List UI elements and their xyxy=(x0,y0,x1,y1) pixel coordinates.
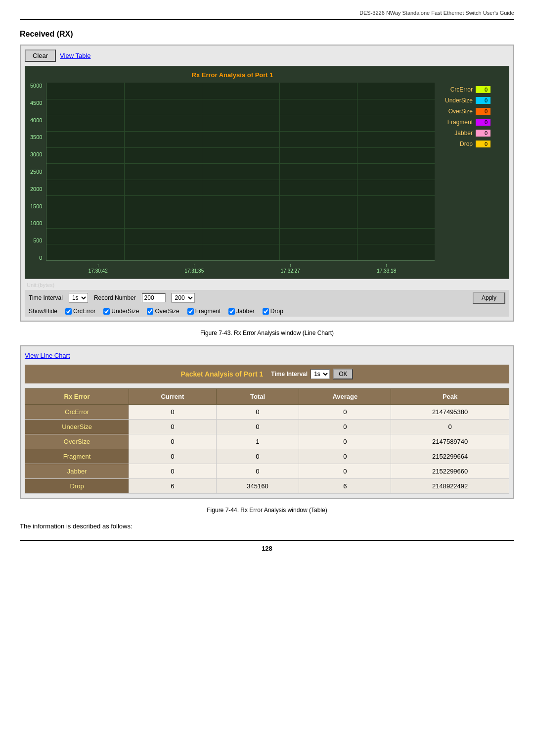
x-label-1: ↑ 17:30:42 xyxy=(89,263,108,274)
row-total: 0 xyxy=(216,449,299,464)
legend-jabber: Jabber 0 xyxy=(441,130,504,137)
col-header-current: Current xyxy=(129,389,216,405)
legend-crcerror: CrcError 0 xyxy=(441,86,504,93)
row-average: 0 xyxy=(299,464,391,479)
clear-button[interactable]: Clear xyxy=(25,49,56,62)
figure1-caption: Figure 7-43. Rx Error Analysis window (L… xyxy=(20,330,514,336)
record-number-label: Record Number xyxy=(94,294,136,301)
row-current: 6 xyxy=(129,479,216,494)
row-current: 0 xyxy=(129,420,216,434)
chart-panel: Clear View Table Rx Error Analysis of Po… xyxy=(20,45,514,322)
table-row: CrcError 0 0 0 2147495380 xyxy=(25,405,509,420)
col-header-average: Average xyxy=(299,389,391,405)
show-hide-label: Show/Hide xyxy=(29,308,57,315)
col-header-rx-error: Rx Error xyxy=(25,389,129,405)
col-header-peak: Peak xyxy=(391,389,509,405)
legend-fragment: Fragment 0 xyxy=(441,119,504,126)
time-interval-select[interactable]: 1s xyxy=(69,293,88,303)
view-table-button[interactable]: View Table xyxy=(60,49,90,62)
x-label-2: ↑ 17:31:35 xyxy=(184,263,204,274)
row-label: Drop xyxy=(25,479,129,494)
section-title: Received (RX) xyxy=(20,30,514,39)
legend-oversize: OverSize 0 xyxy=(441,108,504,115)
row-total: 345160 xyxy=(216,479,299,494)
page-header: DES-3226 NWay Standalone Fast Ethernet S… xyxy=(20,10,514,20)
table-row: OverSize 0 1 0 2147589740 xyxy=(25,434,509,449)
row-label: Jabber xyxy=(25,464,129,479)
row-label: Fragment xyxy=(25,449,129,464)
record-number-input[interactable] xyxy=(142,293,166,302)
row-label: OverSize xyxy=(25,434,129,449)
chart-title: Rx Error Analysis of Port 1 xyxy=(30,71,435,79)
row-total: 1 xyxy=(216,434,299,449)
table-row: Fragment 0 0 0 2152299664 xyxy=(25,449,509,464)
view-line-chart-button[interactable]: View Line Chart xyxy=(25,350,70,361)
table-row: UnderSize 0 0 0 0 xyxy=(25,420,509,434)
checkbox-oversize[interactable] xyxy=(147,308,153,315)
time-interval-label: Time Interval xyxy=(29,294,63,301)
checkbox-crcerror-label[interactable]: CrcError xyxy=(65,308,95,315)
chart-area: Rx Error Analysis of Port 1 5000 4500 40… xyxy=(30,71,435,274)
checkbox-fragment-label[interactable]: Fragment xyxy=(187,308,221,315)
chart-inner: 5000 4500 4000 3500 3000 2500 2000 1500 … xyxy=(30,83,435,261)
chart-grid xyxy=(46,83,435,261)
row-peak: 2147589740 xyxy=(391,434,509,449)
checkbox-crcerror[interactable] xyxy=(65,308,72,315)
record-number-select[interactable]: 200 xyxy=(172,293,195,303)
row-current: 0 xyxy=(129,449,216,464)
packet-header: Packet Analysis of Port 1 Time Interval … xyxy=(25,365,509,383)
chart-container: Rx Error Analysis of Port 1 5000 4500 40… xyxy=(25,66,509,279)
header-title: DES-3226 NWay Standalone Fast Ethernet S… xyxy=(359,10,514,16)
time-interval-ctrl: Time Interval 1s OK xyxy=(271,369,353,379)
row-peak: 2152299664 xyxy=(391,449,509,464)
x-label-3: ↑ 17:32:27 xyxy=(281,263,300,274)
row-total: 0 xyxy=(216,405,299,420)
row-current: 0 xyxy=(129,405,216,420)
y-axis: 5000 4500 4000 3500 3000 2500 2000 1500 … xyxy=(30,83,46,261)
show-hide-row: Show/Hide CrcError UnderSize OverSize Fr… xyxy=(25,306,509,317)
figure2-caption: Figure 7-44. Rx Error Analysis window (T… xyxy=(20,507,514,514)
page-number: 128 xyxy=(20,540,514,552)
table-header-row: Rx Error Current Total Average Peak xyxy=(25,389,509,405)
info-text: The information is described as follows: xyxy=(20,522,514,530)
table-row: Jabber 0 0 0 2152299660 xyxy=(25,464,509,479)
row-peak: 0 xyxy=(391,420,509,434)
checkbox-fragment[interactable] xyxy=(187,308,194,315)
table-toolbar: View Line Chart xyxy=(25,350,509,361)
legend-undersize: UnderSize 0 xyxy=(441,97,504,104)
chart-toolbar: Clear View Table xyxy=(25,49,509,62)
row-average: 0 xyxy=(299,449,391,464)
controls-row: Time Interval 1s Record Number 200 Apply xyxy=(25,290,509,306)
x-axis-labels: ↑ 17:30:42 ↑ 17:31:35 ↑ 17:32:27 ↑ 17:33… xyxy=(30,263,435,274)
row-label: CrcError xyxy=(25,405,129,420)
x-label-4: ↑ 17:33:18 xyxy=(377,263,396,274)
ok-button[interactable]: OK xyxy=(333,369,353,379)
legend-drop: Drop 0 xyxy=(441,141,504,147)
checkbox-oversize-label[interactable]: OverSize xyxy=(147,308,179,315)
row-average: 0 xyxy=(299,405,391,420)
table-panel: View Line Chart Packet Analysis of Port … xyxy=(20,345,514,499)
checkbox-jabber[interactable] xyxy=(228,308,235,315)
row-peak: 2148922492 xyxy=(391,479,509,494)
table-time-interval-select[interactable]: 1s xyxy=(311,369,330,379)
checkbox-undersize-label[interactable]: UnderSize xyxy=(103,308,139,315)
grid-lines xyxy=(46,83,435,260)
checkbox-drop[interactable] xyxy=(263,308,269,315)
row-current: 0 xyxy=(129,464,216,479)
checkbox-drop-label[interactable]: Drop xyxy=(263,308,283,315)
checkbox-jabber-label[interactable]: Jabber xyxy=(228,308,255,315)
data-table: Rx Error Current Total Average Peak CrcE… xyxy=(25,388,509,494)
row-average: 6 xyxy=(299,479,391,494)
apply-button[interactable]: Apply xyxy=(473,292,505,304)
row-total: 0 xyxy=(216,420,299,434)
row-peak: 2152299660 xyxy=(391,464,509,479)
packet-title: Packet Analysis of Port 1 xyxy=(181,370,264,378)
col-header-total: Total xyxy=(216,389,299,405)
unit-label: Unit:(bytes) xyxy=(25,282,509,288)
row-average: 0 xyxy=(299,420,391,434)
legend-area: CrcError 0 UnderSize 0 OverSize 0 Fragme… xyxy=(435,71,504,274)
table-row: Drop 6 345160 6 2148922492 xyxy=(25,479,509,494)
table-time-interval-label: Time Interval xyxy=(271,371,308,378)
row-label: UnderSize xyxy=(25,420,129,434)
checkbox-undersize[interactable] xyxy=(103,308,110,315)
